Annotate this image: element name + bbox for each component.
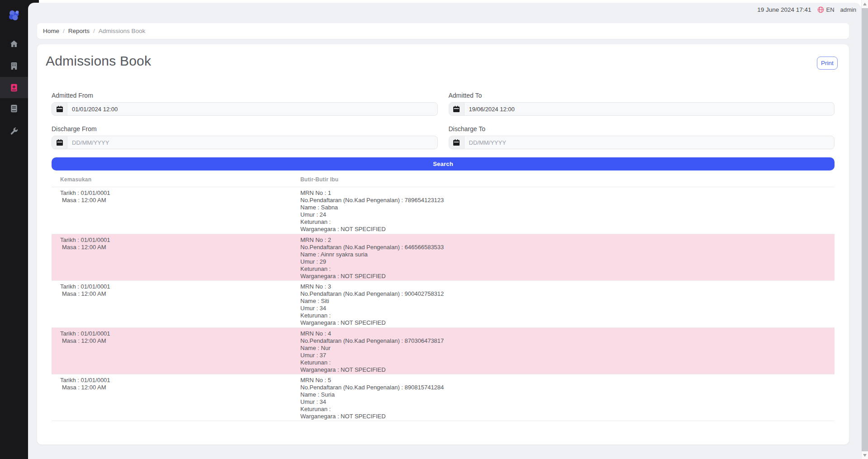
name-text: Name : Ainnr syakra suria: [300, 251, 444, 258]
sidebar: [0, 0, 28, 459]
language-code: EN: [826, 6, 835, 13]
warganegara-text: Warganegara : NOT SPECIFIED: [300, 319, 444, 327]
table-row: Tarikh : 01/01/0001 Masa : 12:00 AM MRN …: [52, 374, 835, 421]
tarikh-text: Tarikh : 01/01/0001: [60, 283, 110, 290]
discharge-to-group: [449, 136, 835, 149]
scroll-down-arrow-icon[interactable]: [863, 454, 867, 457]
admitted-to-input[interactable]: [465, 103, 835, 115]
calendar-icon[interactable]: [449, 103, 465, 115]
umur-text: Umur : 24: [300, 211, 444, 218]
umur-text: Umur : 34: [300, 398, 444, 406]
breadcrumb-reports[interactable]: Reports: [68, 28, 90, 34]
masa-text: Masa : 12:00 AM: [60, 244, 110, 251]
vertical-scrollbar[interactable]: [861, 0, 868, 459]
pendaftaran-text: No.Pendaftaran (No.Kad Pengenalan) : 870…: [300, 337, 444, 345]
table-row: Tarikh : 01/01/0001 Masa : 12:00 AM MRN …: [52, 234, 835, 281]
masa-text: Masa : 12:00 AM: [60, 197, 110, 204]
table-header: Kemasukan Butir-Butir Ibu: [52, 175, 835, 186]
sidebar-item-home[interactable]: [0, 34, 28, 54]
calendar-icon[interactable]: [449, 136, 465, 149]
scroll-up-arrow-icon[interactable]: [863, 3, 867, 5]
admitted-to-label: Admitted To: [449, 92, 482, 99]
keturunan-text: Keturunan :: [300, 359, 444, 366]
pendaftaran-text: No.Pendaftaran (No.Kad Pengenalan) : 900…: [300, 290, 444, 298]
discharge-from-group: [52, 136, 438, 149]
kemasukan-cell: Tarikh : 01/01/0001 Masa : 12:00 AM: [60, 377, 110, 391]
datetime-label: 19 June 2024 17:41: [757, 6, 811, 13]
name-text: Name : Siti: [300, 298, 444, 305]
name-text: Name : Suria: [300, 391, 444, 398]
calendar-icon: [57, 106, 63, 112]
sidebar-item-records[interactable]: [0, 99, 28, 118]
calendar-icon: [453, 139, 460, 146]
globe-icon: [817, 6, 824, 13]
column-header-butir: Butir-Butir Ibu: [300, 176, 338, 183]
admitted-from-input[interactable]: [67, 103, 437, 115]
breadcrumb-separator: /: [63, 28, 65, 34]
admitted-from-label: Admitted From: [52, 92, 93, 99]
home-icon: [9, 39, 19, 48]
app-logo-icon[interactable]: [8, 9, 20, 22]
pendaftaran-text: No.Pendaftaran (No.Kad Pengenalan) : 890…: [300, 384, 444, 391]
discharge-to-input[interactable]: [465, 136, 835, 149]
calendar-icon[interactable]: [52, 103, 67, 115]
mrn-text: MRN No : 4: [300, 330, 444, 337]
hospital-icon: [9, 62, 19, 71]
keturunan-text: Keturunan :: [300, 218, 444, 226]
search-button[interactable]: Search: [52, 157, 835, 170]
mrn-text: MRN No : 2: [300, 237, 444, 244]
breadcrumb-home[interactable]: Home: [43, 28, 59, 34]
sidebar-item-settings[interactable]: [0, 121, 28, 141]
tarikh-text: Tarikh : 01/01/0001: [60, 377, 110, 384]
warganegara-text: Warganegara : NOT SPECIFIED: [300, 413, 444, 420]
umur-text: Umur : 29: [300, 258, 444, 265]
calendar-icon: [57, 139, 63, 146]
kemasukan-cell: Tarikh : 01/01/0001 Masa : 12:00 AM: [60, 237, 110, 251]
masa-text: Masa : 12:00 AM: [60, 337, 110, 345]
sidebar-item-admissions-book[interactable]: [0, 77, 28, 98]
umur-text: Umur : 34: [300, 305, 444, 312]
umur-text: Umur : 37: [300, 352, 444, 359]
column-header-kemasukan: Kemasukan: [60, 176, 91, 183]
admitted-to-group: [449, 102, 835, 116]
admitted-from-group: [52, 102, 438, 116]
keturunan-text: Keturunan :: [300, 312, 444, 319]
page-title: Admissions Book: [46, 53, 151, 69]
admissions-book-icon: [9, 83, 19, 92]
wrench-icon: [9, 127, 19, 136]
butir-cell: MRN No : 4 No.Pendaftaran (No.Kad Pengen…: [300, 330, 444, 374]
logo-flower-icon: [8, 9, 20, 22]
kemasukan-cell: Tarikh : 01/01/0001 Masa : 12:00 AM: [60, 189, 110, 204]
ledger-icon: [9, 104, 19, 113]
print-button[interactable]: Print: [817, 57, 838, 70]
topbar: 19 June 2024 17:41 EN admin: [757, 4, 856, 15]
kemasukan-cell: Tarikh : 01/01/0001 Masa : 12:00 AM: [60, 330, 110, 345]
tarikh-text: Tarikh : 01/01/0001: [60, 189, 110, 197]
keturunan-text: Keturunan :: [300, 406, 444, 413]
admissions-book-card: Admissions Book Print Admitted From Admi…: [37, 44, 849, 445]
breadcrumb-current: Admissions Book: [99, 28, 146, 34]
mrn-text: MRN No : 1: [300, 189, 444, 197]
table-row: Tarikh : 01/01/0001 Masa : 12:00 AM MRN …: [52, 327, 835, 374]
butir-cell: MRN No : 3 No.Pendaftaran (No.Kad Pengen…: [300, 283, 444, 327]
mrn-text: MRN No : 5: [300, 377, 444, 384]
name-text: Name : Nur: [300, 345, 444, 352]
mrn-text: MRN No : 3: [300, 283, 444, 290]
user-menu[interactable]: admin: [840, 6, 856, 13]
discharge-from-input[interactable]: [67, 136, 437, 149]
sidebar-item-hospital[interactable]: [0, 56, 28, 76]
pendaftaran-text: No.Pendaftaran (No.Kad Pengenalan) : 789…: [300, 197, 444, 204]
scrollbar-thumb[interactable]: [862, 8, 868, 451]
language-switcher[interactable]: EN: [817, 6, 835, 13]
warganegara-text: Warganegara : NOT SPECIFIED: [300, 366, 444, 374]
calendar-icon[interactable]: [52, 136, 67, 149]
masa-text: Masa : 12:00 AM: [60, 290, 110, 298]
table-body: Tarikh : 01/01/0001 Masa : 12:00 AM MRN …: [52, 187, 835, 421]
masa-text: Masa : 12:00 AM: [60, 384, 110, 391]
discharge-to-label: Discharge To: [449, 125, 485, 132]
table-row: Tarikh : 01/01/0001 Masa : 12:00 AM MRN …: [52, 280, 835, 327]
tarikh-text: Tarikh : 01/01/0001: [60, 330, 110, 337]
calendar-icon: [453, 106, 460, 112]
tarikh-text: Tarikh : 01/01/0001: [60, 237, 110, 244]
discharge-from-label: Discharge From: [52, 125, 97, 132]
